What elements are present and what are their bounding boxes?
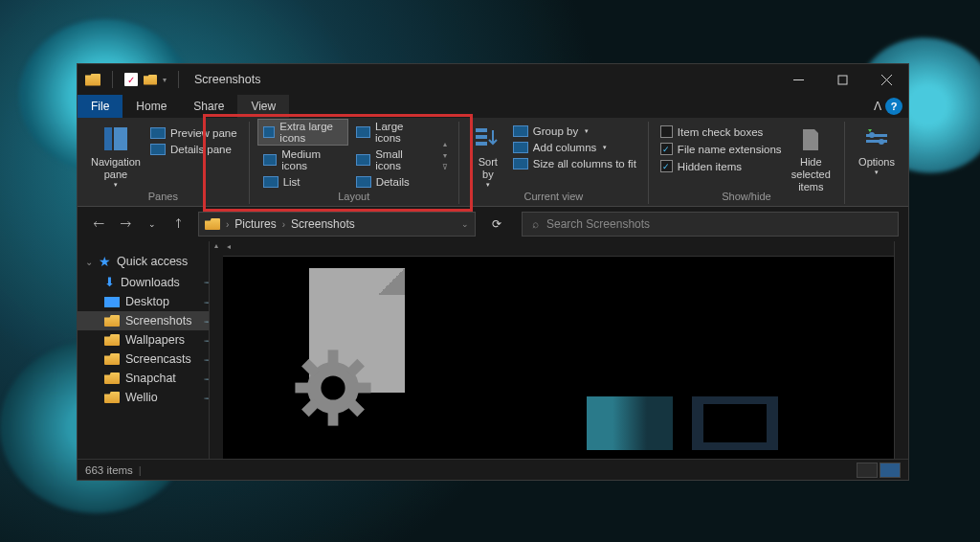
md-icons-icon	[263, 154, 278, 166]
minimize-button[interactable]	[776, 64, 820, 95]
ribbon-group-options: Options▾	[845, 122, 908, 204]
layout-extra-large[interactable]: Extra large icons	[257, 119, 348, 146]
sm-icons-icon	[356, 154, 371, 166]
back-button[interactable]: 🡐	[87, 213, 110, 236]
sidebar-quick-access[interactable]: ⌄ ★ Quick access	[78, 251, 223, 272]
hidden-items-toggle[interactable]: ✓Hidden items	[657, 158, 786, 174]
recent-dropdown[interactable]: ⌄	[141, 213, 164, 236]
refresh-button[interactable]: ⟳	[483, 213, 510, 236]
qat-folder-icon[interactable]	[144, 75, 157, 85]
file-item-thumbnail-1[interactable]	[587, 396, 673, 450]
details-icon	[356, 176, 371, 188]
checkbox-unchecked-icon	[660, 125, 673, 138]
layout-medium[interactable]: Medium icons	[257, 147, 348, 173]
layout-scroll[interactable]: ▴▾⊽	[439, 137, 451, 172]
svg-rect-1	[838, 76, 847, 84]
tab-file[interactable]: File	[78, 95, 122, 118]
sidebar-item-screenshots[interactable]: Screenshots📌	[78, 311, 223, 330]
options-icon	[864, 126, 889, 151]
svg-rect-15	[328, 350, 339, 365]
layout-list[interactable]: List	[257, 174, 348, 190]
view-details-button[interactable]	[857, 463, 878, 478]
navigation-sidebar[interactable]: ⌄ ★ Quick access ⬇Downloads📌 Desktop📌 Sc…	[78, 241, 223, 459]
close-button[interactable]	[864, 64, 908, 95]
address-dropdown-icon[interactable]: ⌄	[461, 219, 469, 229]
navigation-pane-button[interactable]: Navigation pane ▾	[85, 122, 146, 192]
qat-props-icon[interactable]: ✓	[124, 73, 138, 86]
sidebar-item-snapchat[interactable]: Snapchat📌	[78, 369, 223, 388]
svg-point-12	[869, 132, 875, 138]
file-item-system[interactable]	[290, 268, 414, 421]
chevron-down-icon[interactable]: ⌄	[85, 257, 93, 267]
file-extensions-toggle[interactable]: ✓File name extensions	[657, 141, 786, 157]
layout-large[interactable]: Large icons	[350, 119, 435, 146]
layout-small[interactable]: Small icons	[350, 147, 435, 173]
options-button[interactable]: Options▾	[853, 122, 901, 179]
svg-rect-4	[104, 127, 112, 150]
forward-button[interactable]: 🡒	[114, 213, 137, 236]
horizontal-scrollbar[interactable]: ◂	[223, 241, 894, 257]
details-pane-button[interactable]: Details pane	[146, 142, 241, 157]
search-placeholder: Search Screenshots	[546, 217, 650, 231]
checkbox-checked-icon: ✓	[660, 143, 673, 155]
address-bar[interactable]: › Pictures › Screenshots ⌄	[198, 212, 476, 237]
svg-rect-17	[295, 383, 310, 394]
size-columns-icon	[513, 158, 528, 169]
layout-details[interactable]: Details	[350, 174, 435, 190]
chevron-right-icon[interactable]: ›	[282, 219, 285, 230]
svg-rect-16	[328, 410, 339, 425]
preview-pane-icon	[150, 127, 166, 139]
tab-share[interactable]: Share	[180, 95, 237, 118]
file-list-area[interactable]: ◂	[223, 241, 908, 459]
chevron-right-icon[interactable]: ›	[226, 219, 229, 230]
breadcrumb-screenshots[interactable]: Screenshots	[291, 217, 355, 231]
download-icon: ⬇	[104, 275, 115, 289]
add-columns-button[interactable]: Add columns▾	[509, 140, 640, 155]
tab-home[interactable]: Home	[122, 95, 180, 118]
item-checkboxes-toggle[interactable]: Item check boxes	[657, 124, 786, 140]
sort-by-button[interactable]: Sort by▾	[467, 122, 509, 192]
status-item-count: 663 items	[85, 464, 133, 476]
ribbon-group-layout: Extra large icons Large icons Medium ico…	[250, 122, 459, 204]
size-all-columns-button[interactable]: Size all columns to fit	[509, 156, 640, 171]
folder-icon	[104, 334, 120, 346]
search-box[interactable]: ⌕ Search Screenshots	[522, 212, 899, 237]
checkbox-checked-icon: ✓	[660, 160, 673, 172]
ribbon-group-panes: Navigation pane ▾ Preview pane Details p…	[78, 122, 250, 204]
svg-point-23	[321, 375, 345, 399]
group-by-icon	[513, 125, 528, 137]
view-thumbnails-button[interactable]	[880, 463, 901, 478]
folder-icon	[104, 353, 120, 365]
qat-dropdown-icon[interactable]: ▾	[163, 76, 167, 84]
collapse-ribbon-icon[interactable]: ᐱ	[874, 100, 881, 113]
sidebar-item-wallpapers[interactable]: Wallpapers📌	[78, 330, 223, 350]
folder-icon	[104, 392, 120, 403]
ribbon-group-show-hide: Item check boxes ✓File name extensions ✓…	[649, 122, 845, 204]
group-by-button[interactable]: Group by▾	[509, 124, 640, 139]
search-icon: ⌕	[532, 217, 539, 231]
xl-icons-icon	[263, 126, 276, 138]
up-button[interactable]: 🡑	[167, 213, 190, 236]
svg-rect-8	[476, 142, 487, 146]
folder-icon	[205, 218, 220, 230]
sidebar-scrollbar[interactable]: ▴	[209, 241, 223, 459]
preview-pane-button[interactable]: Preview pane	[146, 125, 241, 141]
vertical-scrollbar[interactable]	[894, 241, 908, 459]
help-button[interactable]: ?	[885, 98, 902, 115]
folder-icon	[104, 315, 120, 327]
nav-pane-icon	[102, 125, 129, 152]
hide-selected-button[interactable]: Hide selected items	[786, 122, 837, 196]
titlebar[interactable]: ✓ ▾ Screenshots	[78, 64, 908, 95]
sidebar-item-desktop[interactable]: Desktop📌	[78, 292, 223, 311]
file-item-thumbnail-2[interactable]	[692, 396, 778, 450]
list-icon	[263, 176, 278, 188]
maximize-button[interactable]	[820, 64, 864, 95]
folder-icon	[85, 74, 100, 86]
breadcrumb-pictures[interactable]: Pictures	[234, 217, 276, 231]
sidebar-item-screencasts[interactable]: Screencasts📌	[78, 350, 223, 369]
sidebar-item-downloads[interactable]: ⬇Downloads📌	[78, 272, 223, 292]
tab-view[interactable]: View	[237, 95, 289, 118]
svg-rect-7	[476, 135, 487, 139]
sidebar-item-wellio[interactable]: Wellio📌	[78, 388, 223, 407]
svg-point-13	[879, 139, 884, 145]
